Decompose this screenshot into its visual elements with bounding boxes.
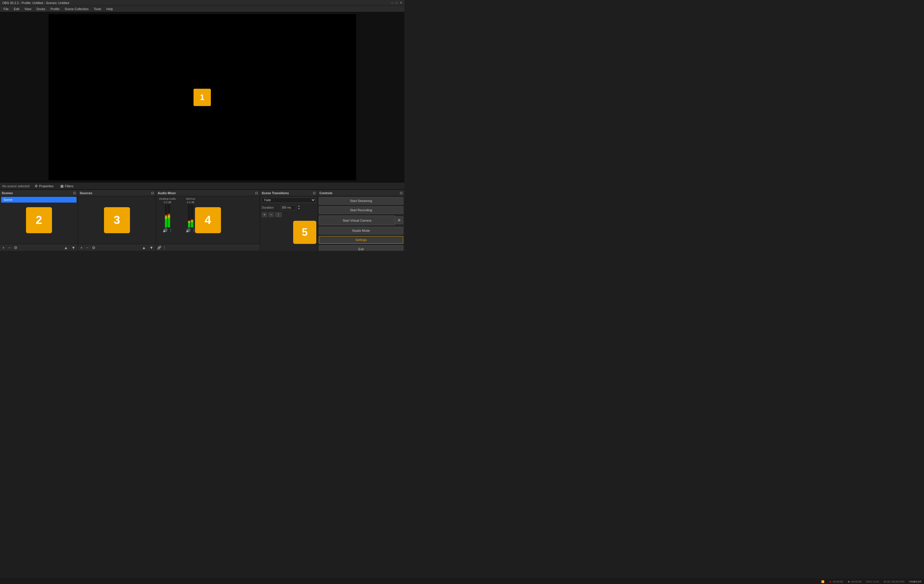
panel-sources: Sources ⊟ 3 + − ⚙ ▲ ▼: [78, 190, 156, 251]
transitions-annotation: 5: [293, 221, 316, 244]
desktop-audio-meter-right: [168, 204, 170, 227]
audio-panel-title: Audio Mixer: [158, 191, 176, 195]
properties-bar: No source selected ⚙ Properties ▦ Filter…: [0, 183, 404, 190]
sources-panel-content: 3: [78, 196, 156, 244]
filters-label[interactable]: Filters: [65, 184, 73, 188]
titlebar: OBS 30.2.2 - Profile: Untitled - Scenes:…: [0, 0, 404, 6]
desktop-meter-right-fill: [168, 213, 170, 227]
mic-meter-left-fill: [188, 220, 190, 227]
transitions-panel-header: Scene Transitions ⊟: [260, 190, 317, 196]
scene-item-label: Scene: [3, 198, 12, 202]
sources-panel-header: Sources ⊟: [78, 190, 156, 196]
mic-aux-label: Mic/Aux: [186, 197, 195, 200]
menu-scene-collection[interactable]: Scene Collection: [63, 7, 91, 11]
start-recording-button[interactable]: Start Recording: [319, 206, 403, 214]
controls-panel-undock-icon[interactable]: ⊟: [400, 191, 403, 195]
controls-panel-header: Controls ⊟: [318, 190, 404, 196]
duration-up-arrow[interactable]: ▲: [297, 205, 301, 207]
controls-panel-content: Start Streaming Start Recording Start Vi…: [318, 196, 404, 251]
scenes-add-button[interactable]: +: [1, 245, 6, 251]
sources-panel-title: Sources: [80, 191, 92, 195]
sources-toolbar: + − ⚙ ▲ ▼: [78, 244, 156, 251]
transition-remove-button[interactable]: −: [268, 212, 274, 217]
duration-input[interactable]: [280, 205, 296, 210]
menu-tools[interactable]: Tools: [92, 7, 104, 11]
duration-spinner: ▲ ▼: [297, 205, 301, 210]
mic-audio-meter-container: [188, 204, 193, 227]
scenes-up-button[interactable]: ▲: [63, 245, 69, 251]
filters-tab[interactable]: ▦ Filters: [59, 184, 75, 189]
scenes-panel-title: Scenes: [2, 191, 13, 195]
panels: Scenes ⊟ 2 Scene + − ⚙ ▲ ▼ Sources ⊟: [0, 190, 404, 251]
audio-panel-undock-icon[interactable]: ⊟: [255, 191, 258, 195]
duration-label: Duration: [262, 206, 279, 209]
sources-up-button[interactable]: ▲: [141, 245, 147, 251]
scenes-toolbar: + − ⚙ ▲ ▼: [0, 244, 78, 251]
sources-remove-button[interactable]: −: [85, 245, 89, 251]
settings-button[interactable]: Settings: [319, 236, 403, 243]
audio-annotation: 4: [195, 207, 221, 233]
mic-mute-button[interactable]: 🔊: [186, 228, 191, 233]
scenes-annotation: 2: [26, 207, 52, 233]
panel-controls: Controls ⊟ Start Streaming Start Recordi…: [318, 190, 404, 251]
mic-aux-db: 0.0 dB: [187, 201, 195, 204]
sources-down-button[interactable]: ▼: [148, 245, 155, 251]
desktop-audio-db: 0.0 dB: [164, 201, 171, 204]
desktop-audio-label: Desktop Audio: [159, 197, 176, 200]
scene-item[interactable]: Scene: [1, 197, 76, 203]
virtual-camera-settings-button[interactable]: ⚙: [395, 217, 403, 224]
start-streaming-button[interactable]: Start Streaming: [319, 197, 403, 205]
menu-file[interactable]: File: [1, 7, 11, 11]
transition-actions: + − ⋮: [260, 211, 317, 218]
duration-down-arrow[interactable]: ▼: [297, 207, 301, 210]
no-source-label: No source selected: [2, 184, 30, 188]
desktop-mute-button[interactable]: 🔊: [163, 228, 168, 233]
transition-duration-row: Duration ▲ ▼: [260, 204, 317, 211]
menu-profile[interactable]: Profile: [48, 7, 62, 11]
sources-settings-button[interactable]: ⚙: [91, 245, 97, 251]
desktop-settings-button[interactable]: ⋮: [169, 228, 173, 233]
exit-button[interactable]: Exit: [319, 245, 403, 251]
transition-type-select[interactable]: Fade Cut Swipe Slide Stinger Move: [262, 197, 316, 203]
scenes-down-button[interactable]: ▼: [70, 245, 76, 251]
desktop-audio-controls: 🔊 ⋮: [163, 228, 173, 233]
scenes-panel-content: 2 Scene: [0, 196, 78, 244]
minimize-button[interactable]: ─: [391, 1, 393, 4]
desktop-meter-left-fill: [165, 215, 167, 227]
properties-gear-icon: ⚙: [35, 184, 38, 188]
mic-meter-right-fill: [191, 219, 193, 227]
mic-audio-meter-right: [191, 204, 193, 227]
audio-toolbar: 🔗 ⋮: [156, 244, 260, 251]
menubar: File Edit View Docks Profile Scene Colle…: [0, 6, 404, 12]
audio-panel-header: Audio Mixer ⊟: [156, 190, 260, 196]
scenes-filter-button[interactable]: ⚙: [13, 245, 19, 251]
properties-label[interactable]: Properties: [39, 184, 53, 188]
menu-edit[interactable]: Edit: [12, 7, 21, 11]
audio-more-button[interactable]: ⋮: [163, 246, 166, 250]
audio-channel-desktop: Desktop Audio 0.0 dB 🔊 ⋮: [156, 196, 179, 244]
menu-help[interactable]: Help: [104, 7, 115, 11]
transitions-panel-content: 5 Fade Cut Swipe Slide Stinger Move Dura…: [260, 196, 317, 251]
studio-mode-button[interactable]: Studio Mode: [319, 227, 403, 234]
menu-docks[interactable]: Docks: [34, 7, 48, 11]
titlebar-title: OBS 30.2.2 - Profile: Untitled - Scenes:…: [2, 1, 69, 5]
audio-link-button[interactable]: 🔗: [157, 246, 162, 250]
transitions-panel-undock-icon[interactable]: ⊟: [313, 191, 316, 195]
scenes-panel-undock-icon[interactable]: ⊟: [73, 191, 76, 195]
close-button[interactable]: ✕: [400, 1, 402, 4]
transitions-panel-title: Scene Transitions: [262, 191, 289, 195]
start-virtual-camera-button[interactable]: Start Virtual Camera: [319, 215, 395, 225]
sources-annotation: 3: [104, 207, 130, 233]
properties-tab[interactable]: ⚙ Properties: [33, 184, 55, 189]
maximize-button[interactable]: □: [396, 1, 398, 4]
scenes-panel-header: Scenes ⊟: [0, 190, 78, 196]
menu-view[interactable]: View: [22, 7, 34, 11]
preview-marker: 1: [193, 89, 211, 106]
audio-panel-content: 4 Desktop Audio 0.0 dB 🔊 ⋮: [156, 196, 260, 244]
transition-more-button[interactable]: ⋮: [275, 212, 282, 217]
sources-add-button[interactable]: +: [79, 245, 84, 251]
scenes-remove-button[interactable]: −: [7, 245, 12, 251]
desktop-audio-meter-left: [165, 204, 167, 227]
transition-add-button[interactable]: +: [262, 212, 267, 217]
sources-panel-undock-icon[interactable]: ⊟: [151, 191, 154, 195]
